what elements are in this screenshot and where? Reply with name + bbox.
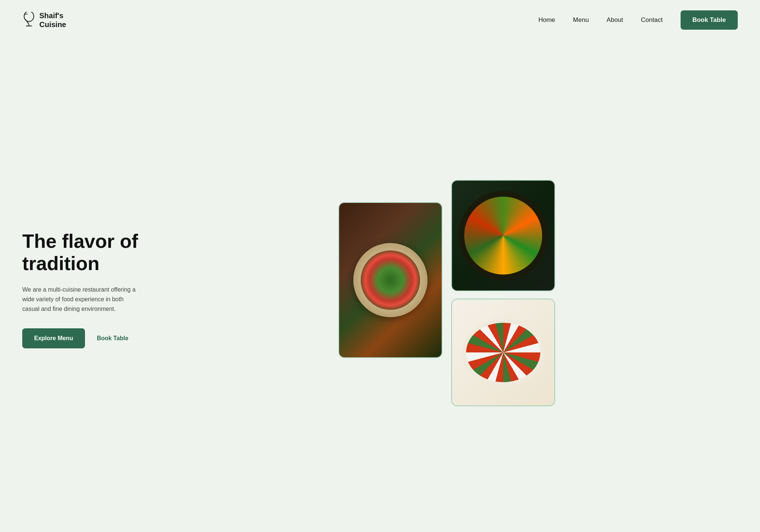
nav-home[interactable]: Home bbox=[538, 16, 555, 23]
image-column-left bbox=[338, 180, 442, 358]
explore-menu-button[interactable]: Explore Menu bbox=[22, 328, 85, 348]
food-image-bottom-right bbox=[451, 299, 555, 406]
hero-text-block: The flavor of tradition We are a multi-c… bbox=[22, 230, 141, 348]
logo[interactable]: Shaif's Cuisine bbox=[22, 11, 66, 29]
nav-contact[interactable]: Contact bbox=[641, 16, 663, 23]
nav-menu-link[interactable]: Menu bbox=[573, 16, 589, 23]
hero-images bbox=[156, 173, 738, 406]
hero-title: The flavor of tradition bbox=[22, 230, 141, 275]
hero-actions: Explore Menu Book Table bbox=[22, 328, 141, 348]
navbar: Shaif's Cuisine Home Menu About Contact … bbox=[0, 0, 760, 40]
image-column-right bbox=[451, 180, 555, 406]
hero-section: The flavor of tradition We are a multi-c… bbox=[0, 40, 760, 531]
hero-book-table-button[interactable]: Book Table bbox=[97, 335, 128, 342]
nav-menu: Home Menu About Contact Book Table bbox=[538, 10, 738, 30]
food-image-main bbox=[338, 202, 442, 358]
brand-name: Shaif's Cuisine bbox=[39, 11, 66, 29]
wine-glass-icon bbox=[22, 12, 36, 28]
hero-description: We are a multi-cuisine restaurant offeri… bbox=[22, 285, 141, 313]
food-image-top-right bbox=[451, 180, 555, 291]
nav-about[interactable]: About bbox=[607, 16, 623, 23]
nav-book-table-button[interactable]: Book Table bbox=[681, 10, 738, 30]
